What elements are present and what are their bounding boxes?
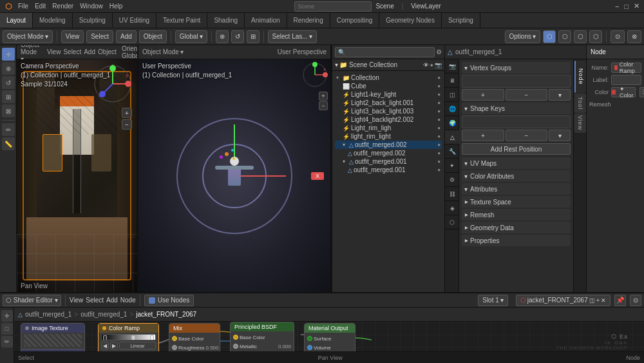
annotate-tool[interactable]: ✏ [2, 123, 15, 136]
input-socket[interactable] [172, 345, 177, 350]
use-nodes-toggle[interactable]: Use Nodes [144, 295, 194, 306]
outliner-search[interactable] [335, 47, 435, 57]
transform-tool-icon[interactable]: ⊠ [2, 104, 15, 117]
tab-layout[interactable]: Layout [0, 13, 33, 28]
mat-delete[interactable]: ✕ [601, 297, 606, 304]
remesh-header[interactable]: ▾ Remesh [462, 209, 571, 221]
eye-icon[interactable]: ● [437, 75, 440, 81]
node-color-ramp[interactable]: Color Ramp [98, 323, 159, 351]
scene-item-light6[interactable]: ⚡ light_rim_light ● [335, 132, 442, 141]
socket[interactable] [307, 345, 312, 350]
prop-tab-world[interactable]: 🌍 [445, 116, 459, 130]
texture-space-header[interactable]: ▾ Texture Space [462, 196, 571, 208]
scene-item-collection[interactable]: ▾ 📁 Collection ● [335, 74, 442, 82]
properties-section-header[interactable]: ▾ Properties [462, 235, 571, 246]
object-mode-btn[interactable]: Object Mode ▾ [3, 30, 53, 43]
ne-mode-btn[interactable]: ⬡ Shader Editor ▾ [3, 295, 61, 306]
right-viewport-canvas[interactable]: X User Perspective (1) Collection | outf… [138, 59, 330, 292]
node-image-tex2[interactable]: Image Texture jacket_t_shirt_FRONT.jpg [21, 349, 85, 351]
tab-texture[interactable]: Texture Paint [156, 13, 207, 28]
scene-item-outfit1[interactable]: ▾ △ outfit_merged.002 ● [335, 141, 442, 149]
prop-tab-object[interactable]: △ [445, 130, 459, 144]
add-rest-position-btn[interactable]: Add Rest Position [462, 143, 571, 155]
render-icon[interactable]: 📷 [435, 62, 442, 68]
sk-menu-btn[interactable]: ▾ [549, 130, 571, 141]
scene-item-outfit2-sub[interactable]: △ outfit_merged.001 ● [335, 166, 442, 174]
prop-tab-physics[interactable]: ⚙ [445, 173, 459, 187]
sk-remove-btn[interactable]: − [506, 130, 548, 141]
eye-icon[interactable]: ● [437, 100, 440, 106]
prop-tab-data[interactable]: ◈ [445, 201, 459, 215]
ne-overlay-btn[interactable]: ⊙ [630, 295, 641, 306]
material-btn[interactable]: ⬡ [574, 30, 587, 43]
vp-object[interactable]: Object [98, 48, 117, 55]
viewport-gizmo[interactable]: X Y Z [93, 64, 132, 103]
slot-selector[interactable]: Slot 1 ▾ [478, 295, 508, 306]
scale-tool[interactable]: ⊞ [247, 30, 260, 43]
zoom-out-btn[interactable]: − [122, 119, 132, 130]
vertex-groups-header[interactable]: ▾ Vertex Groups [462, 62, 571, 74]
eye-icon[interactable]: ● [437, 83, 440, 89]
ramp-ease-btn[interactable]: ▶ [110, 342, 118, 349]
socket[interactable] [233, 335, 238, 340]
prop-tab-constraints[interactable]: ⛓ [445, 187, 459, 201]
node-mix[interactable]: Mix Base Color Roughness 0.500 [169, 323, 220, 351]
menu-edit[interactable]: Edit [32, 3, 48, 10]
move-tool-icon[interactable]: ⊕ [2, 62, 15, 75]
scene-item-outfit2[interactable]: ▾ △ outfit_merged.001 ● [335, 157, 442, 166]
label-value[interactable] [611, 75, 641, 85]
viewport-left[interactable]: Object Mode ▾ View Select Add Object Ori… [17, 45, 138, 292]
zoom-in-btn[interactable]: + [122, 108, 132, 118]
ramp-stop-white[interactable] [150, 335, 154, 340]
options-btn[interactable]: Options ▾ [505, 30, 540, 43]
color-btn[interactable]: ✦ Color [611, 87, 636, 97]
color-options-btn[interactable]: ⋮ [639, 87, 644, 97]
scale-tool-icon[interactable]: ⊞ [2, 90, 15, 103]
tab-modeling[interactable]: Modeling [33, 13, 73, 28]
shape-keys-header[interactable]: ▾ Shape Keys [462, 103, 571, 114]
ne-tool-box[interactable]: □ [1, 323, 13, 335]
rotate-tool-icon[interactable]: ↺ [2, 76, 15, 89]
wireframe-btn[interactable]: ⬡ [543, 30, 556, 43]
rotate-tool[interactable]: ↺ [231, 30, 244, 43]
ne-pin-btn[interactable]: 📌 [614, 295, 626, 306]
outliner-options[interactable]: ⚙ [436, 48, 442, 55]
maximize-btn[interactable]: □ [622, 3, 630, 10]
node-image-tex1[interactable]: Image Texture jacket_t_shirt_FRONT.jpg [21, 323, 85, 351]
vg-menu-btn[interactable]: ▾ [549, 89, 571, 101]
side-tab-view[interactable]: View [574, 113, 586, 133]
scene-item-light3[interactable]: ⚡ Light3_back_light.003 ● [335, 107, 442, 115]
tab-animation[interactable]: Animation [245, 13, 287, 28]
scene-item-light4[interactable]: ⚡ Light4_backlight2.002 ● [335, 115, 442, 124]
overlay-btn[interactable]: ⊙ [611, 30, 625, 43]
socket[interactable] [233, 344, 238, 349]
right-zoom-out[interactable]: − [319, 101, 328, 110]
collection-arrow[interactable]: ▾ [335, 61, 338, 68]
prop-tab-material[interactable]: ⬡ [445, 215, 459, 230]
prop-tab-output[interactable]: 🖥 [445, 74, 459, 88]
breadcrumb-part2[interactable]: outfit_merged_1 [80, 311, 127, 318]
minimize-btn[interactable]: − [613, 3, 621, 10]
side-tab-node[interactable]: Node [574, 61, 586, 93]
name-value[interactable]: Color Ramp [611, 63, 641, 73]
eye-icon[interactable]: ● [437, 159, 440, 164]
mat-browse[interactable]: ◫ [589, 297, 595, 304]
ne-select-btn[interactable]: Select [86, 297, 104, 304]
ramp-pos-field[interactable]: Pos: [101, 351, 156, 351]
tab-sculpting[interactable]: Sculpting [73, 13, 113, 28]
eye-icon[interactable]: ● [437, 133, 440, 139]
socket[interactable] [307, 336, 312, 341]
select-btn[interactable]: Select [86, 30, 113, 43]
prop-tab-view[interactable]: ◫ [445, 88, 459, 102]
measure-tool[interactable]: 📏 [2, 137, 15, 150]
eye-icon[interactable]: ● [437, 108, 440, 114]
tab-compositing[interactable]: Compositing [330, 13, 380, 28]
close-btn[interactable]: ✕ [632, 2, 641, 10]
color-attributes-header[interactable]: ▾ Color Attributes [462, 170, 571, 182]
lock-icon[interactable]: ● [430, 62, 433, 68]
sk-add-btn[interactable]: + [462, 130, 504, 141]
ramp-stop-black[interactable] [103, 335, 107, 340]
vp-view[interactable]: View [47, 48, 61, 55]
vg-remove-btn[interactable]: − [506, 89, 548, 101]
node-principled-bsdf[interactable]: Principled BSDF Base Color Metallic 0.00… [230, 322, 294, 351]
